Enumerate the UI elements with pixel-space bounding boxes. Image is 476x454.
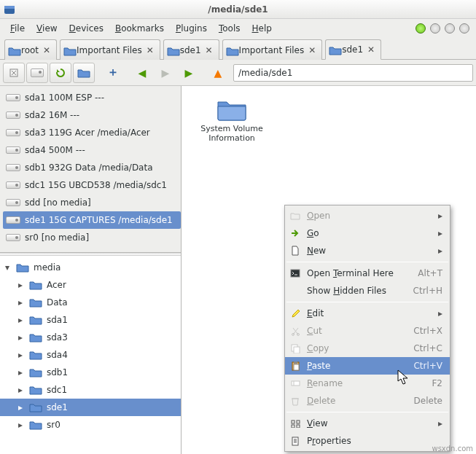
tree-row[interactable]: ▸sr0 xyxy=(0,416,181,434)
tool-drive-button[interactable] xyxy=(26,63,48,83)
device-label: sdc1 15G UBCD538 /media/sdc1 xyxy=(25,180,167,190)
tree-row[interactable]: ▸Acer xyxy=(0,276,181,294)
expander-icon[interactable]: ▸ xyxy=(16,297,25,308)
device-row[interactable]: sdc1 15G UBCD538 /media/sdc1 xyxy=(3,176,181,194)
tree-row-root[interactable]: ▾media xyxy=(0,259,181,276)
status-dot-2[interactable] xyxy=(430,23,440,34)
status-dot-3[interactable] xyxy=(445,23,455,34)
tool-settings-button[interactable] xyxy=(3,63,25,83)
close-icon[interactable]: ✕ xyxy=(145,45,155,55)
device-row[interactable]: sdb1 932G Data /media/Data xyxy=(3,159,181,176)
tree-label: sde1 xyxy=(47,402,68,412)
nav-back-button[interactable]: ◀ xyxy=(131,63,153,83)
device-row[interactable]: sda1 100M ESP --- xyxy=(3,89,181,106)
tree-row[interactable]: ▸sda3 xyxy=(0,329,181,346)
nav-up-button[interactable]: ▲ xyxy=(207,63,229,83)
folder-icon xyxy=(29,297,42,308)
menu-plugins[interactable]: Plugins xyxy=(170,20,213,36)
menu-item-viewm[interactable]: View ▸ xyxy=(285,415,450,432)
delete-icon xyxy=(289,396,301,406)
menu-separator xyxy=(286,412,448,412)
go-arrow-icon xyxy=(289,229,301,238)
view-icon xyxy=(289,420,301,428)
tab-2[interactable]: sde1 ✕ xyxy=(163,39,219,60)
device-row[interactable]: sdd [no media] xyxy=(3,194,181,211)
expander-icon[interactable]: ▸ xyxy=(16,402,25,412)
expander-icon[interactable]: ▸ xyxy=(16,280,25,290)
close-icon[interactable]: ✕ xyxy=(42,45,52,55)
tab-label: Important Files xyxy=(77,45,142,55)
menu-item-edit[interactable]: Edit ▸ xyxy=(285,305,450,322)
expander-icon[interactable]: ▸ xyxy=(16,420,25,430)
tree-row[interactable]: ▸sde1 xyxy=(0,399,181,416)
svg-rect-13 xyxy=(292,420,294,423)
folder-tree[interactable]: ▾media▸Acer▸Data▸sda1▸sda3▸sda4▸sdb1▸sdc… xyxy=(0,255,181,454)
nav-forward-button[interactable]: ▶ xyxy=(155,63,176,83)
menu-label: Properties xyxy=(307,436,442,446)
svg-rect-16 xyxy=(297,425,300,428)
tree-label: sda3 xyxy=(47,332,68,343)
nav-forward2-button[interactable]: ▶ xyxy=(178,63,200,83)
menu-label: View xyxy=(307,418,432,428)
menu-file[interactable]: File xyxy=(4,20,31,36)
device-list: sda1 100M ESP ---sda2 16M ---sda3 119G A… xyxy=(0,86,181,252)
properties-icon xyxy=(289,437,301,446)
expander-icon[interactable]: ▸ xyxy=(16,385,25,395)
menu-accel: F2 xyxy=(432,378,442,388)
device-row[interactable]: sda3 119G Acer /media/Acer xyxy=(3,124,181,141)
close-icon[interactable]: ✕ xyxy=(204,45,214,55)
tab-4[interactable]: sde1 ✕ xyxy=(325,39,381,60)
tab-0[interactable]: root ✕ xyxy=(4,39,57,60)
tab-1[interactable]: Important Files ✕ xyxy=(60,39,160,60)
menu-view[interactable]: View xyxy=(31,20,63,36)
expander-icon[interactable]: ▾ xyxy=(3,262,12,273)
tab-bar: root ✕ Important Files ✕ sde1 ✕ Importan… xyxy=(0,38,476,60)
folder-item[interactable]: System Volume Information xyxy=(199,96,265,143)
tab-3[interactable]: Important Files ✕ xyxy=(222,39,323,60)
folder-label-2: Information xyxy=(199,133,265,143)
tree-row[interactable]: ▸sdb1 xyxy=(0,364,181,381)
device-row[interactable]: sde1 15G CAPTURES /media/sde1 xyxy=(3,211,181,229)
menu-item-new[interactable]: New ▸ xyxy=(285,242,450,259)
device-row[interactable]: sda4 500M --- xyxy=(3,141,181,159)
tool-folder-button[interactable] xyxy=(73,63,95,83)
tree-label: sda1 xyxy=(47,315,68,325)
device-row[interactable]: sda2 16M --- xyxy=(3,106,181,124)
menu-item-hidden[interactable]: Show Hidden Files Ctrl+H xyxy=(285,282,450,300)
app-icon xyxy=(0,4,19,15)
tool-add-button[interactable]: ＋ xyxy=(102,63,124,83)
menu-help[interactable]: Help xyxy=(246,20,278,36)
drive-icon xyxy=(6,199,20,206)
folder-icon xyxy=(216,96,248,121)
expander-icon[interactable]: ▸ xyxy=(16,350,25,360)
path-entry[interactable]: /media/sde1 xyxy=(233,64,473,82)
menu-item-open: Open ▸ xyxy=(285,207,450,224)
expander-icon[interactable]: ▸ xyxy=(16,315,25,325)
menu-bookmarks[interactable]: Bookmarks xyxy=(109,20,170,36)
menu-item-properties[interactable]: Properties xyxy=(285,432,450,450)
tree-row[interactable]: ▸sda1 xyxy=(0,311,181,329)
tree-row[interactable]: ▸sda4 xyxy=(0,346,181,364)
expander-icon[interactable]: ▸ xyxy=(16,367,25,377)
folder-icon xyxy=(29,367,42,377)
status-dot-1[interactable] xyxy=(415,23,426,34)
menu-item-terminal[interactable]: Open Terminal Here Alt+T xyxy=(285,265,450,282)
submenu-arrow-icon: ▸ xyxy=(438,418,442,428)
folder-icon xyxy=(226,46,236,55)
device-label: sda4 500M --- xyxy=(25,145,85,155)
tree-row[interactable]: ▸Data xyxy=(0,294,181,311)
menu-item-go[interactable]: Go ▸ xyxy=(285,224,450,242)
folder-icon xyxy=(29,280,42,290)
menu-label: Show Hidden Files xyxy=(307,286,407,296)
close-icon[interactable]: ✕ xyxy=(366,44,376,55)
menu-separator xyxy=(286,302,448,302)
menu-tools[interactable]: Tools xyxy=(213,20,246,36)
status-dot-4[interactable] xyxy=(459,23,469,34)
device-row[interactable]: sr0 [no media] xyxy=(3,229,181,246)
menu-item-paste[interactable]: Paste Ctrl+V xyxy=(285,357,450,375)
expander-icon[interactable]: ▸ xyxy=(16,332,25,343)
close-icon[interactable]: ✕ xyxy=(307,45,317,55)
tool-refresh-button[interactable] xyxy=(50,63,71,83)
menu-devices[interactable]: Devices xyxy=(63,20,109,36)
tree-row[interactable]: ▸sdc1 xyxy=(0,381,181,399)
